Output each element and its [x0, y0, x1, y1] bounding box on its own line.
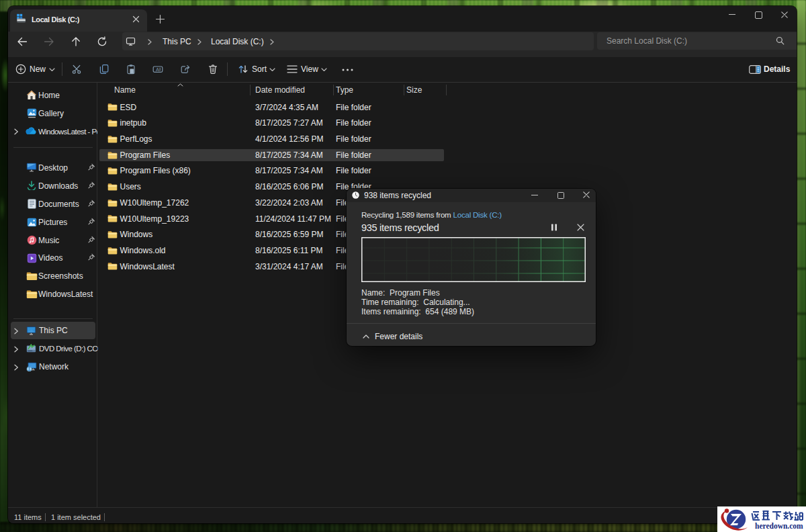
- svg-text:A: A: [156, 66, 159, 73]
